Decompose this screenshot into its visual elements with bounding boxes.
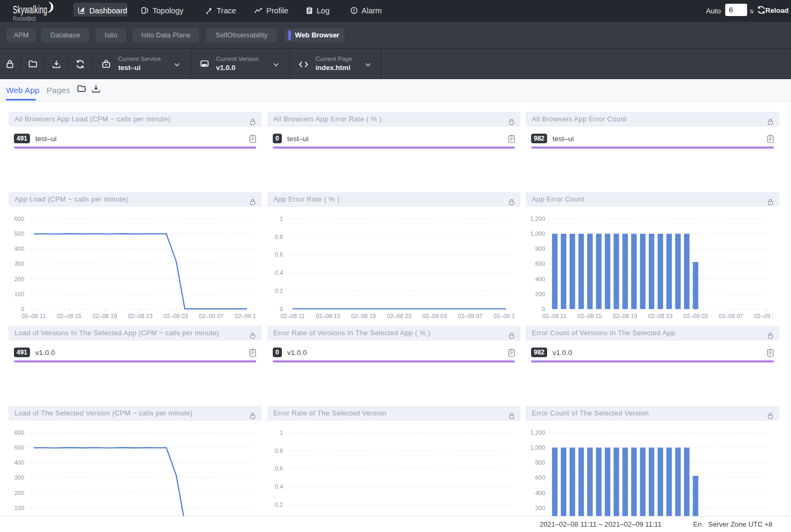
svg-text:500: 500	[14, 444, 24, 451]
svg-text:02–08 15: 02–08 15	[578, 313, 602, 319]
svg-text:02–09 03: 02–09 03	[164, 313, 188, 319]
svg-text:02–09 11: 02–09 11	[235, 313, 259, 319]
svg-text:02–08 11: 02–08 11	[542, 313, 566, 319]
svg-text:600: 600	[14, 215, 24, 222]
svg-text:0.4: 0.4	[275, 269, 283, 276]
svg-text:300: 300	[14, 474, 24, 481]
svg-text:400: 400	[535, 276, 545, 282]
svg-text:0.2: 0.2	[275, 502, 283, 508]
svg-text:400: 400	[535, 490, 545, 496]
svg-text:02–08 19: 02–08 19	[613, 313, 638, 319]
svg-text:600: 600	[14, 429, 24, 436]
svg-text:0: 0	[21, 306, 24, 312]
svg-text:0.4: 0.4	[275, 483, 283, 490]
svg-text:400: 400	[14, 459, 24, 466]
svg-text:0: 0	[542, 306, 545, 312]
svg-text:1,200: 1,200	[530, 215, 545, 222]
svg-text:02–09 07: 02–09 07	[199, 313, 224, 319]
svg-text:0.6: 0.6	[275, 465, 283, 472]
svg-text:02–09 11: 02–09 11	[494, 313, 518, 319]
svg-text:02–08 11: 02–08 11	[21, 313, 45, 319]
svg-text:200: 200	[14, 276, 24, 282]
svg-text:600: 600	[535, 474, 545, 481]
svg-text:200: 200	[535, 505, 545, 511]
svg-text:02–09 11: 02–09 11	[754, 313, 778, 319]
svg-text:02–09 03: 02–09 03	[684, 313, 708, 319]
svg-text:02–08 23: 02–08 23	[387, 313, 411, 319]
svg-text:02–08 11: 02–08 11	[280, 313, 304, 319]
svg-text:100: 100	[14, 291, 24, 297]
svg-text:02–08 15: 02–08 15	[316, 313, 340, 319]
svg-text:500: 500	[14, 230, 24, 237]
svg-text:02–09 07: 02–09 07	[719, 313, 743, 319]
svg-text:0: 0	[280, 306, 283, 312]
svg-text:400: 400	[14, 245, 24, 252]
svg-text:100: 100	[14, 505, 24, 511]
svg-text:1,000: 1,000	[530, 444, 545, 451]
svg-text:02–08 19: 02–08 19	[93, 313, 117, 319]
svg-text:1,000: 1,000	[530, 230, 545, 237]
svg-text:1,200: 1,200	[530, 429, 545, 436]
svg-text:800: 800	[535, 245, 545, 252]
svg-text:300: 300	[14, 260, 24, 267]
svg-text:0.2: 0.2	[275, 288, 283, 294]
svg-text:02–09 03: 02–09 03	[423, 313, 447, 319]
svg-text:0.8: 0.8	[275, 234, 283, 240]
svg-text:800: 800	[535, 459, 545, 466]
svg-text:600: 600	[535, 260, 545, 267]
svg-text:02–08 15: 02–08 15	[57, 313, 81, 319]
svg-text:0.8: 0.8	[275, 448, 283, 454]
svg-text:0.6: 0.6	[275, 251, 283, 258]
svg-text:02–09 07: 02–09 07	[458, 313, 482, 319]
svg-text:02–08 23: 02–08 23	[648, 313, 673, 319]
svg-text:200: 200	[535, 291, 545, 297]
svg-text:02–08 19: 02–08 19	[351, 313, 376, 319]
svg-text:1: 1	[280, 429, 283, 436]
svg-text:200: 200	[14, 490, 24, 496]
svg-text:02–08 23: 02–08 23	[128, 313, 152, 319]
svg-text:1: 1	[280, 215, 283, 222]
